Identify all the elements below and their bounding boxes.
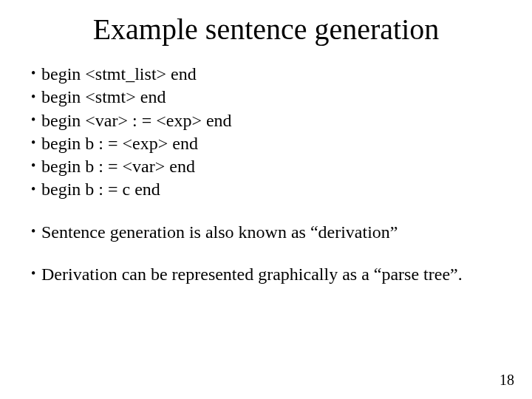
bullet-item: begin b : = <var> end xyxy=(31,156,502,177)
bullet-item: Sentence generation is also known as “de… xyxy=(31,222,502,243)
slide-body: begin <stmt_list> end begin <stmt> end b… xyxy=(31,64,502,287)
spacer xyxy=(31,202,502,222)
bullet-item: begin b : = c end xyxy=(31,179,502,200)
bullet-list-1: begin <stmt_list> end begin <stmt> end b… xyxy=(31,64,502,201)
bullet-item: begin b : = <exp> end xyxy=(31,133,502,154)
spacer xyxy=(31,245,502,264)
bullet-item: Derivation can be represented graphicall… xyxy=(31,264,502,285)
bullet-item: begin <var> : = <exp> end xyxy=(31,110,502,132)
slide-title: Example sentence generation xyxy=(0,12,532,47)
page-number: 18 xyxy=(499,372,514,389)
bullet-item: begin <stmt> end xyxy=(31,86,502,108)
bullet-list-2: Sentence generation is also known as “de… xyxy=(31,222,502,243)
bullet-item: begin <stmt_list> end xyxy=(31,64,502,85)
bullet-list-3: Derivation can be represented graphicall… xyxy=(31,264,502,285)
slide: Example sentence generation begin <stmt_… xyxy=(0,0,532,399)
